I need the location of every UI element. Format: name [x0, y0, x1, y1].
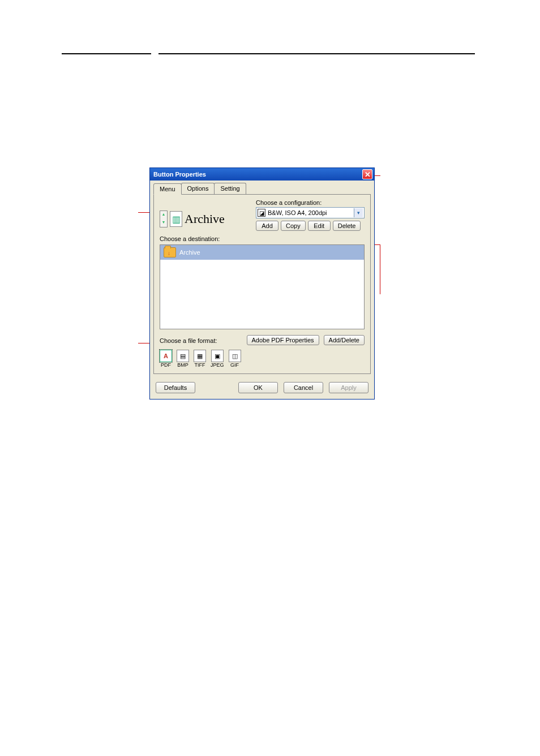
- apply-button[interactable]: Apply: [329, 382, 368, 393]
- tab-row: Menu Options Setting: [150, 181, 374, 194]
- chevron-down-icon[interactable]: ▾: [354, 208, 363, 217]
- chevron-down-icon[interactable]: ▼: [160, 219, 167, 227]
- header-underline-2: [158, 53, 475, 54]
- archive-icon: ▥: [170, 211, 182, 227]
- format-label: GIF: [230, 362, 239, 368]
- fileformat-icons: A PDF ▤ BMP ▦ TIFF ▣ JPEG ◫ GIF: [160, 350, 365, 368]
- destination-label: Choose a destination:: [160, 235, 365, 242]
- list-item[interactable]: ↓ Archive: [160, 245, 364, 260]
- header-underline-1: [62, 53, 151, 54]
- bmp-icon: ▤: [177, 350, 189, 362]
- archive-block: ▲ ▼ ▥ Archive: [160, 199, 225, 231]
- button-properties-dialog: Button Properties ✕ Menu Options Setting…: [149, 167, 375, 400]
- ok-button[interactable]: OK: [238, 382, 278, 393]
- jpeg-icon: ▣: [211, 350, 224, 362]
- defaults-button[interactable]: Defaults: [156, 382, 195, 393]
- format-pdf[interactable]: A PDF: [160, 350, 172, 368]
- config-add-button[interactable]: Add: [256, 221, 278, 231]
- cancel-button[interactable]: Cancel: [284, 382, 323, 393]
- pdf-properties-button[interactable]: Adobe PDF Properties: [247, 335, 319, 345]
- gif-icon: ◫: [229, 350, 241, 362]
- window-title: Button Properties: [153, 171, 206, 178]
- callout-line: [380, 244, 380, 294]
- destination-item-label: Archive: [179, 249, 200, 256]
- format-jpeg[interactable]: ▣ JPEG: [211, 350, 224, 368]
- format-bmp[interactable]: ▤ BMP: [177, 350, 189, 368]
- config-combo-text: B&W, ISO A4, 200dpi: [268, 209, 354, 216]
- archive-spinner[interactable]: ▲ ▼: [160, 211, 168, 227]
- archive-label: Archive: [185, 212, 225, 226]
- close-icon[interactable]: ✕: [362, 169, 372, 179]
- config-label: Choose a configuration:: [256, 199, 365, 206]
- tab-setting[interactable]: Setting: [214, 183, 246, 194]
- tiff-icon: ▦: [194, 350, 206, 362]
- config-combo-icon: ◪: [258, 209, 265, 217]
- destination-list[interactable]: ↓ Archive: [160, 244, 365, 329]
- tab-options[interactable]: Options: [181, 183, 215, 194]
- config-block: Choose a configuration: ◪ B&W, ISO A4, 2…: [256, 199, 365, 231]
- folder-icon: ↓: [164, 247, 176, 257]
- fileformat-label: Choose a file format:: [160, 335, 217, 344]
- config-delete-button[interactable]: Delete: [333, 221, 361, 231]
- format-label: TIFF: [195, 362, 205, 368]
- config-copy-button[interactable]: Copy: [281, 221, 306, 231]
- titlebar: Button Properties ✕: [150, 168, 374, 181]
- pdf-icon: A: [160, 350, 172, 362]
- format-tiff[interactable]: ▦ TIFF: [194, 350, 206, 368]
- dialog-buttons: Defaults OK Cancel Apply: [150, 377, 374, 399]
- tab-menu[interactable]: Menu: [153, 183, 182, 195]
- format-label: PDF: [161, 362, 171, 368]
- tab-content: ▲ ▼ ▥ Archive Choose a configuration: ◪ …: [153, 194, 371, 374]
- add-delete-button[interactable]: Add/Delete: [324, 335, 365, 345]
- format-gif[interactable]: ◫ GIF: [229, 350, 241, 368]
- format-label: JPEG: [211, 362, 224, 368]
- chevron-up-icon[interactable]: ▲: [160, 211, 167, 219]
- config-edit-button[interactable]: Edit: [308, 221, 331, 231]
- format-label: BMP: [177, 362, 188, 368]
- config-combo[interactable]: ◪ B&W, ISO A4, 200dpi ▾: [256, 207, 365, 218]
